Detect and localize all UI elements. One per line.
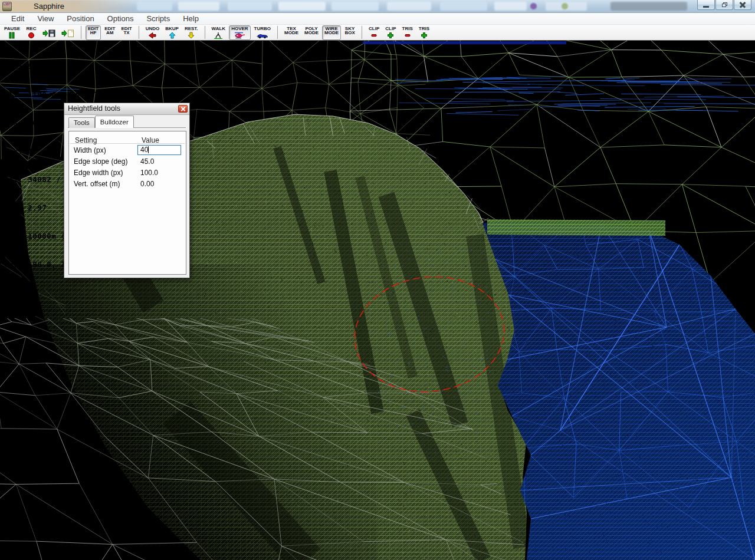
plus-icon <box>419 31 429 39</box>
background-window-blur <box>228 2 272 11</box>
setting-value[interactable]: 45.0 <box>133 157 154 166</box>
toolbar-separator <box>139 26 139 39</box>
setting-label: Edge width (px) <box>69 169 133 177</box>
close-button[interactable] <box>734 0 751 10</box>
restore-icon <box>722 2 727 7</box>
tab-bulldozer[interactable]: Bulldozer <box>95 116 134 128</box>
record-icon <box>26 31 37 39</box>
restore-backup-button[interactable]: REST. <box>182 25 201 40</box>
background-window-blur <box>562 3 568 9</box>
text-caret <box>148 146 149 153</box>
background-window-blur <box>610 2 687 11</box>
background-window-blur <box>494 2 527 11</box>
tris-increase-button[interactable]: TRIS <box>416 25 432 40</box>
minimize-icon <box>703 6 709 8</box>
settings-table: Setting Value Width (px) 40 Edge slope (… <box>68 131 186 275</box>
viewport: pos: 95, 52 alt: 1100.0m (+682.7m) - hov… <box>0 41 755 560</box>
table-header: Setting Value <box>70 131 185 144</box>
pause-icon <box>6 31 17 39</box>
record-button[interactable]: REC <box>24 25 39 40</box>
walk-icon <box>213 31 224 39</box>
background-window-blur <box>331 2 379 11</box>
background-window-blur <box>278 2 326 11</box>
menu-edit[interactable]: Edit <box>5 13 31 25</box>
setting-value[interactable]: 0.00 <box>133 180 154 188</box>
save-button[interactable] <box>40 25 58 40</box>
close-icon <box>740 2 746 8</box>
plus-icon <box>385 31 396 39</box>
dialog-body: Tools Bulldozer Setting Value Width (px)… <box>64 115 189 278</box>
toolbar-separator <box>277 26 278 39</box>
toolbar-separator <box>205 26 205 39</box>
setting-value[interactable]: 100.0 <box>133 169 158 177</box>
edit-am-button[interactable]: EDIT AM <box>102 25 117 40</box>
setting-label: Width (px) <box>69 146 133 154</box>
dialog-titlebar[interactable]: Heightfield tools <box>64 103 189 115</box>
clip-increase-button[interactable]: CLIP <box>383 25 398 40</box>
menu-scripts[interactable]: Scripts <box>140 13 176 25</box>
tab-tools[interactable]: Tools <box>68 117 95 128</box>
toolbar-separator <box>362 26 362 39</box>
turbo-mode-button[interactable]: TURBO <box>252 25 273 40</box>
heightfield-tools-dialog: Heightfield tools Tools Bulldozer Settin… <box>64 103 190 278</box>
window-titlebar[interactable]: L3DT Sapphire <box>0 0 755 13</box>
background-window-blur <box>530 3 537 9</box>
toolbar-separator <box>81 26 81 39</box>
hover-mode-button[interactable]: HOVER <box>229 25 250 40</box>
background-window-blur <box>178 2 219 11</box>
backup-button[interactable]: BKUP <box>163 25 181 40</box>
table-row: Width (px) 40 <box>69 145 186 155</box>
sky-box-button[interactable]: SKY BOX <box>342 25 357 40</box>
edit-hf-button[interactable]: EDIT HF <box>86 25 101 40</box>
walk-mode-button[interactable]: WALK <box>209 25 228 40</box>
background-window-blur <box>440 2 487 11</box>
setting-label: Vert. offset (m) <box>69 180 133 188</box>
load-icon <box>61 29 74 37</box>
minus-icon <box>402 31 413 39</box>
table-row: Vert. offset (m) 0.00 <box>69 179 186 189</box>
table-row: Edge width (px) 100.0 <box>69 167 186 177</box>
edit-tx-button[interactable]: EDIT TX <box>119 25 134 40</box>
wire-mode-button[interactable]: WIRE MODE <box>322 25 341 40</box>
undo-arrow-icon <box>147 31 157 39</box>
menu-view[interactable]: View <box>31 13 60 25</box>
app-icon: L3DT <box>2 2 12 11</box>
restore-button[interactable] <box>715 0 733 10</box>
window-controls <box>697 0 751 10</box>
menu-position[interactable]: Position <box>60 13 100 25</box>
menu-help[interactable]: Help <box>176 13 205 25</box>
close-icon <box>181 107 185 111</box>
restore-arrow-icon <box>186 31 196 39</box>
tex-mode-button[interactable]: TEX MODE <box>282 25 301 40</box>
dialog-close-button[interactable] <box>178 105 188 113</box>
background-window-blur <box>387 2 431 11</box>
setting-label: Edge slope (deg) <box>69 157 133 166</box>
tris-decrease-button[interactable]: TRIS <box>400 25 415 40</box>
hud-alt: alt: 1100.0m (+682.7m) - hovering <box>4 90 160 100</box>
backup-arrow-icon <box>167 31 178 39</box>
undo-button[interactable]: UNDO <box>143 25 162 40</box>
menu-bar: Edit View Position Options Scripts Help <box>0 13 755 25</box>
hud-pos: pos: 95, 52 <box>4 62 160 71</box>
titlebar-blur-backdrop <box>0 0 139 13</box>
minimize-button[interactable] <box>697 0 715 10</box>
application-window: L3DT Sapphire Edit View Position Options… <box>0 0 755 560</box>
pause-button[interactable]: PAUSE <box>2 25 22 40</box>
save-icon <box>42 29 55 37</box>
column-setting: Setting <box>70 136 134 143</box>
load-button[interactable] <box>59 25 77 40</box>
minus-icon <box>369 31 379 39</box>
car-icon <box>256 31 269 39</box>
clip-decrease-button[interactable]: CLIP <box>366 25 382 40</box>
tab-strip: Tools Bulldozer <box>68 116 134 128</box>
menu-options[interactable]: Options <box>101 13 140 25</box>
column-value: Value <box>134 136 159 143</box>
poly-mode-button[interactable]: POLY MODE <box>302 25 321 40</box>
toolbar: PAUSE REC EDIT HF EDIT AM EDIT TX UNDO <box>0 25 755 41</box>
width-input[interactable]: 40 <box>137 145 181 155</box>
helicopter-icon <box>233 31 246 39</box>
dialog-title: Heightfield tools <box>68 104 120 113</box>
window-title: Sapphire <box>34 2 64 11</box>
table-row: Edge slope (deg) 45.0 <box>69 156 186 166</box>
background-window-blur <box>137 2 172 11</box>
